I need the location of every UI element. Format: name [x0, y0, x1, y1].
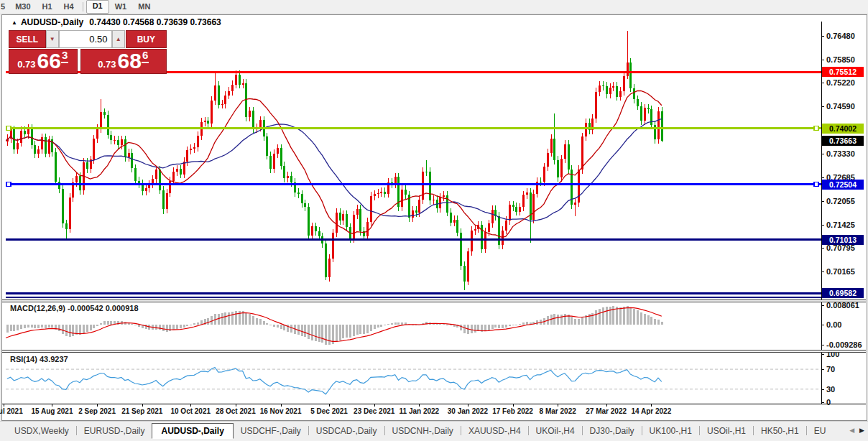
price-tick-label: 0.74590: [826, 102, 855, 111]
chart-tab-ukoil-h4[interactable]: UKOil-,H4: [529, 424, 582, 438]
date-tick: [468, 404, 468, 407]
date-tick-label: 8 Mar 2022: [531, 407, 584, 415]
date-tick-label: 11 Jan 2022: [392, 407, 445, 415]
chart-tab-eurusd-daily[interactable]: EURUSD-,Daily: [77, 424, 152, 438]
sell-price-button[interactable]: 0.73 66 3: [9, 49, 78, 74]
symbol-marker-icon: ▲: [11, 19, 17, 26]
rsi-label: RSI(14) 43.9237: [10, 355, 68, 363]
rsi-tick-label: 70: [826, 365, 835, 373]
date-tick: [419, 404, 420, 407]
buy-button[interactable]: BUY: [126, 30, 167, 48]
chart-tab-xauusd-h4[interactable]: XAUUSD-,H4: [461, 424, 528, 438]
horizontal-level-lines[interactable]: [6, 72, 821, 297]
rsi-pane-divider[interactable]: [2, 350, 866, 353]
chart-tab-audusd-daily[interactable]: AUDUSD-,Daily: [152, 423, 233, 439]
sell-price-point: 3: [61, 49, 68, 63]
buy-price-button[interactable]: 0.73 68 6: [80, 49, 167, 74]
price-tick-label: 0.70165: [826, 267, 855, 276]
chart-tab-dj30-daily[interactable]: DJ30-,Daily: [583, 424, 642, 438]
date-tick: [374, 404, 375, 407]
rsi-tick-label: 0: [826, 398, 831, 407]
price-tick: [821, 60, 824, 60]
chart-ohlc-values: 0.74430 0.74568 0.73639 0.73663: [89, 17, 221, 27]
price-badge: 0.73663: [822, 136, 864, 146]
macd-tick: [821, 325, 824, 325]
price-tick: [821, 83, 824, 83]
rsi-line: [7, 368, 662, 394]
chart-tab-eu[interactable]: EU: [807, 424, 834, 438]
volume-increase-button[interactable]: ▲: [112, 30, 125, 48]
macd-tick-label: -0.009286: [826, 340, 862, 349]
tabs-scroll-left-icon[interactable]: ◀: [849, 427, 854, 434]
timeframe-button-m5[interactable]: 5: [0, 1, 9, 13]
price-tick-label: 0.71425: [826, 220, 855, 229]
date-tick: [558, 404, 558, 407]
date-tick: [52, 404, 52, 407]
date-tick: [4, 404, 4, 407]
price-badge: 0.75512: [822, 67, 864, 77]
price-badge: 0.69582: [822, 288, 864, 298]
date-tick: [190, 404, 191, 407]
macd-tick: [821, 305, 824, 306]
macd-tick-label: 0.00: [826, 320, 841, 329]
chart-tab-usdcad-daily[interactable]: USDCAD-,Daily: [309, 424, 384, 438]
date-tick: [513, 404, 514, 407]
macd-label: MACD(12,26,9) -0.000542 0.000918: [10, 304, 139, 312]
rsi-tick: [821, 354, 824, 355]
chart-tab-usoil-h1[interactable]: USOil-,H1: [700, 424, 753, 438]
price-tick-label: 0.75850: [826, 55, 855, 64]
price-badge: 0.74002: [822, 124, 864, 134]
volume-decrease-button[interactable]: ▼: [46, 30, 59, 48]
buy-price-pips: 68: [118, 50, 142, 72]
buy-price-bigfigure: 0.73: [98, 59, 116, 70]
rsi-tick: [821, 369, 824, 370]
price-tick: [821, 248, 824, 249]
chart-title: ▲AUDUSD-,Daily0.74430 0.74568 0.73639 0.…: [11, 17, 221, 27]
sell-price-bigfigure: 0.73: [17, 59, 35, 70]
price-tick: [821, 106, 824, 107]
timeframe-button-h4[interactable]: H4: [58, 1, 80, 13]
price-badge: 0.72504: [822, 180, 864, 190]
chart-tab-usdx-weekly[interactable]: USDX,Weekly: [7, 424, 76, 438]
price-tick: [821, 154, 824, 154]
rsi-tick-label: 30: [826, 385, 835, 394]
timeframe-button-d1[interactable]: D1: [86, 0, 109, 14]
date-tick: [142, 404, 143, 407]
tabs-scroll-right-icon[interactable]: ▶: [859, 427, 864, 434]
toolbar-separator: [83, 2, 83, 11]
price-tick: [821, 225, 824, 226]
price-tick-label: 0.73330: [826, 149, 855, 158]
price-badge: 0.71013: [822, 235, 864, 245]
date-tick: [281, 404, 282, 407]
macd-tick: [821, 345, 824, 345]
price-tick-label: 0.70795: [826, 243, 855, 252]
rsi-tick: [821, 389, 824, 390]
chart-tab-bar: USDX,WeeklyEURUSD-,DailyAUDUSD-,DailyUSD…: [0, 421, 868, 440]
chart-tab-usdchf-daily[interactable]: USDCHF-,Daily: [234, 424, 308, 438]
chart-tab-usdcnh-daily[interactable]: USDCNH-,Daily: [385, 424, 461, 438]
date-tick-label: 21 Sep 2021: [116, 407, 169, 415]
timeframe-button-mn[interactable]: MN: [132, 1, 156, 13]
chart-tab-hk50-h1[interactable]: HK50-,H1: [754, 424, 806, 438]
sell-price-pips: 66: [37, 50, 61, 72]
date-tick: [329, 404, 330, 407]
timeframe-button-h1[interactable]: H1: [37, 1, 58, 13]
rsi-panel-surface[interactable]: [6, 353, 821, 404]
mt4-terminal: 5M30H1H4D1W1MN ▲AUDUSD-,Daily0.74430 0.7…: [0, 0, 868, 441]
arrow-up-icon: ▲: [116, 36, 121, 42]
one-click-trade-panel: SELL ▼ 0.50 ▲ BUY 0.73 66 3 0.73 68 6: [9, 30, 167, 74]
volume-input[interactable]: 0.50: [59, 30, 112, 48]
macd-pane-divider[interactable]: [2, 300, 866, 302]
timeframe-button-w1[interactable]: W1: [109, 1, 133, 13]
price-tick-label: 0.72055: [826, 197, 855, 205]
price-tick-label: 0.76480: [826, 32, 855, 40]
timeframe-button-m30[interactable]: M30: [9, 1, 36, 13]
buy-price-point: 6: [142, 49, 149, 63]
date-tick: [236, 404, 236, 407]
arrow-down-icon: ▼: [50, 36, 55, 42]
price-tick-label: 0.75220: [826, 78, 855, 87]
time-axis-line: [2, 404, 866, 404]
price-tick: [821, 271, 824, 272]
sell-button[interactable]: SELL: [9, 30, 46, 48]
chart-tab-uk100-h1[interactable]: UK100-,H1: [642, 424, 699, 438]
